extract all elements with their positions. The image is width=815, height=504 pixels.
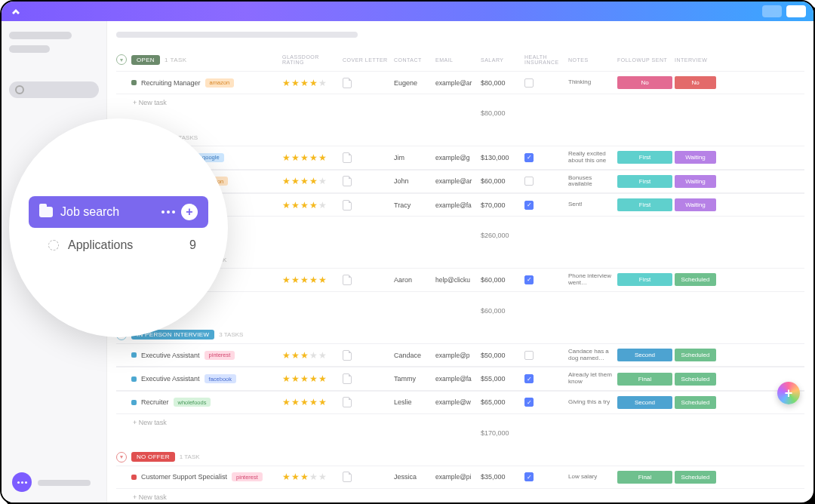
interview-status[interactable]: Scheduled xyxy=(675,471,716,484)
sidebar-item-job-search[interactable]: Job search + xyxy=(29,196,208,228)
notes-cell: Thinking xyxy=(568,79,617,86)
company-tag[interactable]: pinterest xyxy=(205,351,235,360)
followup-status[interactable]: Second xyxy=(617,396,672,409)
insurance-checkbox[interactable]: ✓ xyxy=(524,398,534,407)
doc-icon[interactable] xyxy=(343,373,352,384)
insurance-checkbox[interactable]: ✓ xyxy=(524,472,534,481)
star-icon: ★ xyxy=(282,200,291,211)
insurance-checkbox[interactable]: ✓ xyxy=(524,201,534,210)
company-tag[interactable]: wholefoods xyxy=(174,398,211,407)
followup-status[interactable]: First xyxy=(617,175,672,188)
doc-icon[interactable] xyxy=(343,472,352,482)
doc-icon[interactable] xyxy=(343,200,352,211)
new-task-button[interactable]: + New task xyxy=(116,94,804,108)
company-tag[interactable]: pinterest xyxy=(232,472,263,481)
column-header: NOTES xyxy=(568,57,617,63)
rating-stars: ★★★★★ xyxy=(282,373,343,384)
doc-icon[interactable] xyxy=(343,152,352,163)
status-pill[interactable]: OPEN xyxy=(131,55,160,65)
status-pill[interactable]: NO OFFER xyxy=(131,452,175,462)
company-tag[interactable]: facebook xyxy=(205,374,236,383)
task-row[interactable]: Recruiter wholefoods ★★★★★ Leslie exampl… xyxy=(116,391,804,414)
chat-fab[interactable] xyxy=(12,472,32,492)
new-task-button[interactable]: + New task xyxy=(116,414,804,428)
email-cell: example@ar xyxy=(435,177,481,185)
section-toggle[interactable]: ▾ xyxy=(116,54,127,65)
app-logo-icon xyxy=(9,5,23,18)
doc-icon[interactable] xyxy=(343,397,352,407)
star-icon: ★ xyxy=(282,350,291,361)
insurance-checkbox[interactable] xyxy=(524,351,534,360)
interview-status[interactable]: Scheduled xyxy=(675,273,716,286)
column-header: INTERVIEW xyxy=(675,57,718,63)
followup-status[interactable]: Second xyxy=(617,349,672,361)
insurance-checkbox[interactable]: ✓ xyxy=(524,374,534,383)
task-row[interactable]: Customer Support Specialist pinterest ★★… xyxy=(116,466,804,489)
rating-stars: ★★★★★ xyxy=(282,350,343,361)
task-row[interactable]: Product Manager google ★★★★★ Jim example… xyxy=(116,146,804,170)
email-cell: example@p xyxy=(435,352,481,359)
star-icon: ★ xyxy=(309,275,318,285)
star-icon: ★ xyxy=(318,350,327,361)
followup-status[interactable]: First xyxy=(617,198,672,211)
followup-status[interactable]: Final xyxy=(617,471,672,484)
status-bullet xyxy=(131,352,137,358)
column-header: GLASSDOOR RATING xyxy=(282,54,343,65)
interview-status[interactable]: Waiting xyxy=(675,175,716,188)
followup-status[interactable]: First xyxy=(617,273,672,286)
contact-cell: Eugene xyxy=(394,79,435,87)
followup-status[interactable]: First xyxy=(617,151,672,164)
followup-status[interactable]: No xyxy=(617,76,672,89)
interview-status[interactable]: Scheduled xyxy=(675,373,716,386)
new-task-button[interactable]: + New task xyxy=(116,489,804,502)
interview-status[interactable]: Scheduled xyxy=(675,349,716,361)
task-title: Customer Support Specialist xyxy=(141,473,227,481)
star-icon: ★ xyxy=(309,78,318,88)
insurance-checkbox[interactable]: ✓ xyxy=(524,153,534,162)
window-maximize[interactable] xyxy=(786,5,806,17)
insurance-checkbox[interactable] xyxy=(524,177,534,186)
notes-cell: Sent! xyxy=(568,201,617,208)
doc-icon[interactable] xyxy=(343,275,352,285)
task-row[interactable]: Executive Assistant facebook ★★★★★ Tammy… xyxy=(116,367,804,391)
star-icon: ★ xyxy=(318,373,327,384)
interview-status[interactable]: Waiting xyxy=(675,151,716,164)
add-list-button[interactable]: + xyxy=(181,204,198,220)
followup-status[interactable]: Final xyxy=(617,373,672,386)
contact-cell: Tracy xyxy=(394,201,435,209)
insurance-checkbox[interactable] xyxy=(524,78,534,88)
add-task-fab[interactable]: + xyxy=(777,382,800,404)
window-minimize[interactable] xyxy=(762,5,782,17)
interview-status[interactable]: No xyxy=(675,76,716,89)
task-row[interactable]: Recruiting Manager amazon ★★★★★ Eugene e… xyxy=(116,71,804,94)
sidebar-item-label: Job search xyxy=(60,205,119,219)
star-icon: ★ xyxy=(291,176,300,186)
star-icon: ★ xyxy=(300,472,309,482)
star-icon: ★ xyxy=(291,200,300,211)
rating-stars: ★★★★★ xyxy=(282,275,343,285)
doc-icon[interactable] xyxy=(343,350,352,361)
column-header: SALARY xyxy=(481,57,524,63)
sidebar-item-applications[interactable]: Applications 9 xyxy=(15,232,222,282)
task-row[interactable]: Executive Assistant pinterest ★★★★★ Cand… xyxy=(116,343,804,367)
interview-status[interactable]: Waiting xyxy=(675,198,716,211)
doc-icon[interactable] xyxy=(343,176,352,186)
notes-cell: Low salary xyxy=(568,474,617,481)
salary-cell: $60,000 xyxy=(481,276,524,284)
page-title-placeholder xyxy=(116,32,358,38)
notes-cell: Bonuses available xyxy=(568,175,617,189)
sidebar-search[interactable] xyxy=(9,81,99,98)
more-icon[interactable] xyxy=(161,211,175,214)
company-tag[interactable]: amazon xyxy=(205,78,235,88)
salary-cell: $35,000 xyxy=(481,473,524,481)
new-task-button[interactable]: + New task xyxy=(116,292,804,306)
task-row[interactable]: Recruiter clickup ★★★★★ Aaron help@click… xyxy=(116,268,804,292)
status-section: ▾ NO OFFER 1 TASK Customer Support Speci… xyxy=(116,449,804,502)
task-count: 3 TASKS xyxy=(219,331,243,338)
doc-icon[interactable] xyxy=(343,78,352,88)
insurance-checkbox[interactable]: ✓ xyxy=(524,275,534,284)
section-toggle[interactable]: ▾ xyxy=(116,452,127,463)
star-icon: ★ xyxy=(291,373,300,384)
star-icon: ★ xyxy=(282,152,291,163)
interview-status[interactable]: Scheduled xyxy=(675,396,716,409)
